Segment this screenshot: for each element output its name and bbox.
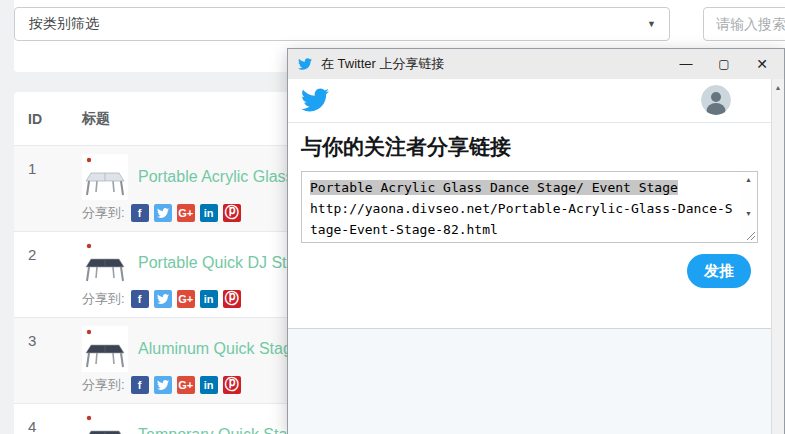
twitter-share-window: 在 Twitter 上分享链接 — ▢ ✕ 与你的关注者分享链接 Portabl… <box>287 48 785 434</box>
share-label: 分享到: <box>82 204 125 222</box>
share-label: 分享到: <box>82 290 125 308</box>
maximize-button[interactable]: ▢ <box>712 49 736 79</box>
tweet-button[interactable]: 发推 <box>687 254 751 288</box>
row-id: 1 <box>28 154 68 231</box>
avatar <box>701 85 731 115</box>
share-icons: fG+inⓟ <box>131 290 246 308</box>
tweet-textarea[interactable]: Portable Acrylic Glass Dance Stage/ Even… <box>301 171 758 243</box>
row-id: 3 <box>28 326 68 403</box>
window-title: 在 Twitter 上分享链接 <box>321 55 660 73</box>
product-thumbnail <box>82 154 128 200</box>
dialog-viewport: 与你的关注者分享链接 Portable Acrylic Glass Dance … <box>288 79 784 434</box>
pinterest-icon[interactable]: ⓟ <box>223 204 241 222</box>
facebook-icon[interactable]: f <box>131 290 149 308</box>
product-thumbnail <box>82 240 128 286</box>
tweet-url: http://yaona.divseo.net/Portable-Acrylic… <box>310 201 733 237</box>
linkedin-icon[interactable]: in <box>200 290 218 308</box>
share-card: 与你的关注者分享链接 Portable Acrylic Glass Dance … <box>288 79 771 329</box>
column-header-title: 标题 <box>82 110 110 128</box>
scroll-down-icon[interactable]: ▼ <box>740 210 757 217</box>
twitter-logo-icon <box>301 86 329 114</box>
linkedin-icon[interactable]: in <box>200 376 218 394</box>
row-id: 4 <box>28 412 68 434</box>
twitter-icon[interactable] <box>154 376 172 394</box>
facebook-icon[interactable]: f <box>131 204 149 222</box>
chevron-down-icon: ▼ <box>647 19 656 29</box>
close-button[interactable]: ✕ <box>750 49 774 79</box>
share-label: 分享到: <box>82 376 125 394</box>
product-thumbnail <box>82 412 128 434</box>
minimize-button[interactable]: — <box>674 49 698 79</box>
resize-grip-icon[interactable] <box>745 230 756 241</box>
category-filter-value: 按类别筛选 <box>29 15 99 33</box>
category-filter-select[interactable]: 按类别筛选 ▼ <box>14 7 670 41</box>
pinterest-icon[interactable]: ⓟ <box>223 376 241 394</box>
share-card-header <box>288 79 771 123</box>
row-id: 2 <box>28 240 68 317</box>
google-plus-icon[interactable]: G+ <box>177 290 195 308</box>
selected-text: Portable Acrylic Glass Dance Stage/ Even… <box>310 180 678 195</box>
window-titlebar[interactable]: 在 Twitter 上分享链接 — ▢ ✕ <box>288 49 784 79</box>
tweet-text: Portable Acrylic Glass Dance Stage/ Even… <box>302 172 740 242</box>
linkedin-icon[interactable]: in <box>200 204 218 222</box>
pinterest-icon[interactable]: ⓟ <box>223 290 241 308</box>
scroll-up-icon[interactable]: ▲ <box>740 176 757 183</box>
textarea-scrollbar[interactable]: ▲ ▼ <box>740 172 757 242</box>
twitter-favicon-icon <box>298 57 312 71</box>
google-plus-icon[interactable]: G+ <box>177 376 195 394</box>
search-input[interactable] <box>703 7 785 41</box>
row-title-link[interactable]: Temporary Quick Stage <box>138 426 305 434</box>
google-plus-icon[interactable]: G+ <box>177 204 195 222</box>
twitter-icon[interactable] <box>154 290 172 308</box>
dialog-scroll-up-icon[interactable]: ▲ <box>772 84 784 91</box>
twitter-icon[interactable] <box>154 204 172 222</box>
facebook-icon[interactable]: f <box>131 376 149 394</box>
share-icons: fG+inⓟ <box>131 204 246 222</box>
share-icons: fG+inⓟ <box>131 376 246 394</box>
dialog-scrollbar[interactable]: ▲ <box>771 79 784 434</box>
dialog-heading: 与你的关注者分享链接 <box>301 133 771 161</box>
column-header-id: ID <box>28 111 68 127</box>
product-thumbnail <box>82 326 128 372</box>
